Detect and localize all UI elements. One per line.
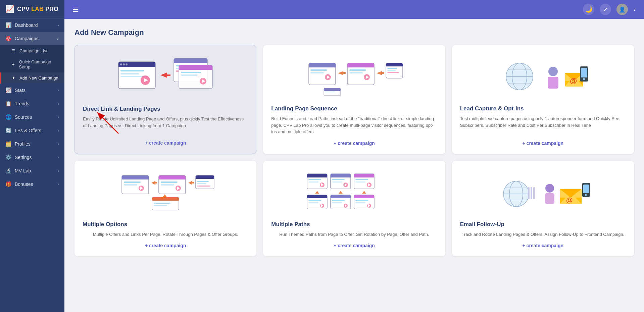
- logo[interactable]: 📈 CPV LAB PRO: [0, 0, 64, 18]
- profiles-icon: 🗂️: [5, 141, 11, 147]
- svg-rect-111: [331, 176, 351, 177]
- chevron-right-icon: ›: [58, 115, 59, 119]
- svg-rect-104: [307, 176, 327, 177]
- svg-point-3: [120, 63, 122, 65]
- sidebar-subitem-label: Quick Campaign Setup: [19, 59, 59, 69]
- topbar: ☰ 🌙 ⤢ 👤 ∨: [64, 0, 644, 19]
- svg-rect-37: [342, 72, 346, 74]
- svg-rect-98: [152, 199, 179, 201]
- svg-rect-130: [308, 202, 318, 203]
- svg-point-4: [123, 63, 125, 65]
- chevron-right-icon: ›: [58, 169, 59, 173]
- sidebar-item-label: LPs & Offers: [15, 128, 41, 133]
- card-title: Email Follow-Up: [460, 221, 626, 228]
- card-description: Multiple Offers and Links Per Page. Rota…: [93, 231, 238, 238]
- svg-rect-118: [354, 176, 374, 177]
- campaigns-submenu: ☰ Campaign List ✦ Quick Campaign Setup ✦…: [0, 45, 64, 84]
- add-icon: ✦: [11, 75, 16, 81]
- card-landing-page-sequence[interactable]: Landing Page Sequence Build Funnels and …: [263, 45, 445, 154]
- card-direct-link[interactable]: Direct Link & Landing Pages Easily Rotat…: [75, 45, 256, 154]
- sidebar-item-settings[interactable]: ⚙️ Settings ›: [0, 151, 64, 164]
- sidebar-item-mv-lab[interactable]: 🔬 MV Lab ›: [0, 164, 64, 177]
- page-title: Add New Campaign: [75, 28, 634, 37]
- quick-icon: ✦: [11, 62, 15, 67]
- main-content: ☰ 🌙 ⤢ 👤 ∨ Add New Campaign: [64, 0, 644, 312]
- sidebar-item-dashboard[interactable]: 📊 Dashboard ›: [0, 18, 64, 32]
- sidebar-item-stats[interactable]: 📈 Stats ›: [0, 84, 64, 97]
- svg-rect-55: [325, 92, 335, 92]
- sidebar-item-campaigns[interactable]: 🎯 Campaigns ∨: [0, 32, 64, 45]
- lps-icon: 🔄: [5, 127, 11, 134]
- card-illustration-lead-capture: @: [460, 53, 626, 100]
- card-illustration-email-follow-up: @: [460, 169, 626, 216]
- card-title: Multiple Paths: [271, 221, 437, 228]
- svg-text:@: @: [570, 76, 577, 85]
- card-illustration-direct-link: [83, 53, 248, 100]
- sidebar-item-sources[interactable]: 🌐 Sources ›: [0, 110, 64, 124]
- card-email-follow-up[interactable]: @ Email Follow-Up Track and Rotate Landi…: [452, 161, 634, 257]
- svg-rect-157: [545, 193, 554, 204]
- sidebar-item-label: Dashboard: [15, 22, 38, 28]
- svg-rect-94: [197, 183, 206, 184]
- create-campaign-link-paths[interactable]: + create campaign: [334, 243, 375, 248]
- svg-rect-113: [332, 181, 342, 183]
- sidebar-item-label: Trends: [15, 101, 29, 106]
- svg-rect-85: [161, 184, 174, 186]
- svg-rect-155: [533, 187, 535, 199]
- svg-rect-84: [161, 181, 178, 183]
- svg-rect-153: [528, 187, 530, 199]
- card-multiple-options[interactable]: Multiple Options Multiple Offers and Lin…: [75, 161, 256, 257]
- svg-rect-75: [124, 181, 141, 183]
- svg-rect-74: [122, 178, 149, 179]
- svg-rect-143: [355, 200, 368, 201]
- svg-rect-136: [332, 200, 345, 201]
- svg-rect-83: [159, 178, 186, 179]
- svg-rect-106: [308, 181, 318, 183]
- campaigns-icon: 🎯: [5, 36, 11, 42]
- svg-rect-32: [310, 69, 327, 71]
- svg-rect-7: [120, 73, 139, 74]
- svg-rect-24: [181, 72, 201, 73]
- svg-rect-33: [310, 72, 324, 73]
- svg-rect-120: [355, 181, 365, 183]
- svg-marker-123: [315, 191, 319, 194]
- sidebar-item-lps-offers[interactable]: 🔄 LPs & Offers ›: [0, 124, 64, 137]
- create-campaign-link-direct[interactable]: + create campaign: [145, 140, 186, 146]
- svg-rect-100: [154, 205, 167, 206]
- create-campaign-link-options[interactable]: + create campaign: [145, 243, 186, 248]
- svg-marker-101: [163, 194, 167, 197]
- sidebar-item-label: Profiles: [15, 141, 31, 147]
- svg-rect-25: [181, 74, 198, 76]
- svg-rect-49: [386, 65, 403, 66]
- sidebar-item-label: MV Lab: [15, 168, 31, 173]
- expand-button[interactable]: ⤢: [600, 4, 611, 15]
- create-campaign-link-lead[interactable]: + create campaign: [523, 141, 564, 146]
- sidebar-item-quick-campaign-setup[interactable]: ✦ Quick Campaign Setup: [0, 56, 64, 72]
- campaign-types-grid: Direct Link & Landing Pages Easily Rotat…: [75, 45, 634, 256]
- sidebar-item-add-new-campaign[interactable]: ✦ Add New Campaign: [0, 72, 64, 84]
- svg-rect-12: [165, 74, 170, 76]
- sidebar-item-campaign-list[interactable]: ☰ Campaign List: [0, 45, 64, 56]
- sidebar-item-profiles[interactable]: 🗂️ Profiles ›: [0, 137, 64, 151]
- sidebar-navigation: 📊 Dashboard › 🎯 Campaigns ∨ ☰ Campaign L…: [0, 18, 64, 312]
- svg-rect-63: [548, 77, 558, 89]
- svg-point-165: [585, 194, 587, 196]
- avatar[interactable]: 👤: [616, 4, 628, 15]
- avatar-chevron-icon[interactable]: ∨: [633, 7, 636, 12]
- hamburger-icon[interactable]: ☰: [72, 5, 79, 13]
- dashboard-icon: 📊: [5, 22, 11, 28]
- dark-mode-button[interactable]: 🌙: [583, 4, 594, 15]
- sidebar-item-label: Sources: [15, 114, 32, 120]
- svg-rect-51: [387, 70, 396, 71]
- sidebar-item-trends[interactable]: 📋 Trends ›: [0, 97, 64, 110]
- list-icon: ☰: [11, 48, 16, 53]
- chevron-down-icon: ∨: [56, 37, 59, 41]
- card-lead-capture[interactable]: @ Lead Capture & Opt-Ins Test multiple l…: [452, 45, 634, 154]
- sidebar: 📈 CPV LAB PRO 📊 Dashboard › 🎯 Campaigns …: [0, 0, 64, 312]
- create-campaign-link-email[interactable]: + create campaign: [523, 243, 564, 248]
- sidebar-item-bonuses[interactable]: 🎁 Bonuses ›: [0, 177, 64, 191]
- svg-rect-164: [583, 185, 589, 193]
- card-multiple-paths[interactable]: Multiple Paths Run Themed Paths from Pag…: [263, 161, 445, 257]
- create-campaign-link-sequence[interactable]: + create campaign: [334, 141, 375, 146]
- svg-rect-128: [307, 197, 327, 198]
